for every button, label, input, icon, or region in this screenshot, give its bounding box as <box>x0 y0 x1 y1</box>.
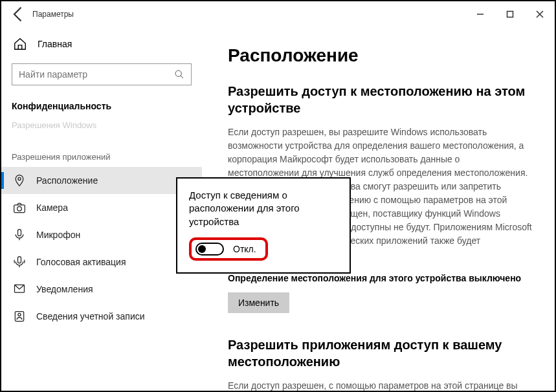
nav-label: Голосовая активация <box>36 257 126 267</box>
section1-title: Разрешить доступ к местоположению на это… <box>228 83 542 116</box>
maximize-icon <box>506 10 514 18</box>
change-button[interactable]: Изменить <box>228 292 289 313</box>
home-icon <box>13 37 27 51</box>
svg-point-1 <box>175 71 181 76</box>
search-field[interactable] <box>19 69 174 80</box>
svg-rect-5 <box>18 230 21 236</box>
back-button[interactable] <box>6 3 30 26</box>
sidebar-item-account[interactable]: Сведения учетной записи <box>1 303 202 330</box>
titlebar: Параметры <box>1 1 555 27</box>
toggle-label: Откл. <box>233 244 256 254</box>
close-icon <box>536 10 544 18</box>
svg-point-2 <box>18 177 21 180</box>
sidebar-item-voice[interactable]: Голосовая активация <box>1 248 202 276</box>
camera-icon <box>13 201 26 214</box>
nav-label: Уведомления <box>36 284 93 294</box>
home-label: Главная <box>38 39 72 49</box>
arrow-left-icon <box>6 3 30 26</box>
nav-label: Камера <box>36 202 68 213</box>
minimize-icon <box>476 10 484 18</box>
svg-rect-6 <box>18 257 21 263</box>
window-title: Параметры <box>32 10 74 19</box>
nav-label: Сведения учетной записи <box>36 311 145 321</box>
toggle-knob <box>198 245 206 253</box>
svg-rect-0 <box>507 12 513 17</box>
svg-point-9 <box>18 313 21 316</box>
search-icon <box>174 69 184 80</box>
window-controls <box>465 4 555 25</box>
nav-label: Микрофон <box>36 230 80 240</box>
sidebar: Главная Конфиденциальность Разрешения Wi… <box>1 27 202 391</box>
account-icon <box>13 310 26 323</box>
popup-title: Доступ к сведениям о расположении для эт… <box>189 189 338 228</box>
sidebar-item-microphone[interactable]: Микрофон <box>1 221 202 248</box>
home-nav[interactable]: Главная <box>1 31 202 57</box>
close-button[interactable] <box>525 4 555 25</box>
location-icon <box>13 174 26 187</box>
search-input[interactable] <box>12 63 192 85</box>
popup-toggle-highlight: Откл. <box>189 237 268 261</box>
subsection-header: Разрешения приложений <box>1 134 202 167</box>
section-header: Конфиденциальность <box>1 91 202 118</box>
section2-title: Разрешить приложениям доступ к вашему ме… <box>228 336 542 370</box>
svg-point-4 <box>17 206 22 211</box>
sidebar-item-cut[interactable]: Разрешения Windows <box>1 118 202 134</box>
notification-icon <box>13 283 26 296</box>
minimize-button[interactable] <box>465 4 495 25</box>
nav-label: Расположение <box>36 175 98 186</box>
sidebar-item-camera[interactable]: Камера <box>1 194 202 221</box>
sidebar-item-notifications[interactable]: Уведомления <box>1 276 202 303</box>
svg-rect-3 <box>14 205 25 213</box>
page-title: Расположение <box>228 45 542 66</box>
location-toggle[interactable] <box>195 243 224 256</box>
sidebar-item-location[interactable]: Расположение <box>1 167 202 194</box>
maximize-button[interactable] <box>495 4 525 25</box>
location-popup: Доступ к сведениям о расположении для эт… <box>176 177 351 274</box>
microphone-icon <box>13 228 26 241</box>
voice-icon <box>13 256 26 268</box>
section1-state: Определение местоположения для этого уст… <box>228 273 542 283</box>
section2-desc: Если доступ разрешен, с помощью параметр… <box>228 379 532 391</box>
